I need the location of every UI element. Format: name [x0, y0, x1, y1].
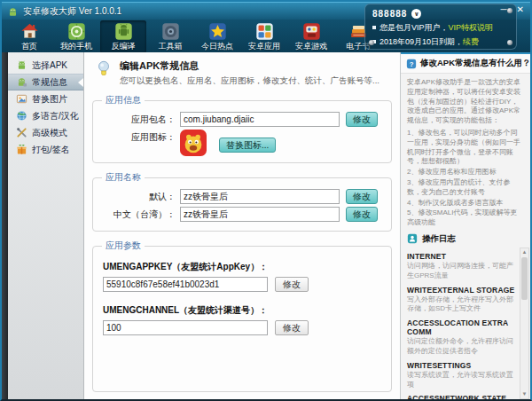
toolbar-item-label: 工具箱	[159, 41, 183, 52]
sidebar-item-general-info[interactable]: 常规信息	[8, 74, 83, 90]
decompile-icon	[114, 22, 133, 41]
zh-tw-name-input[interactable]	[180, 207, 340, 222]
scrollbar-thumb[interactable]	[521, 257, 528, 300]
replace-icon-button[interactable]: 替换图标...	[219, 138, 276, 153]
package-name-input[interactable]	[180, 112, 340, 127]
permission-name: WRITEEXTERNAL STORAGE	[407, 286, 519, 295]
umeng-channel-input[interactable]	[103, 320, 268, 335]
app-logo-icon	[7, 5, 19, 17]
chevron-down-icon[interactable]: ∨	[411, 9, 421, 19]
permissions-area: INTERNET访问网络，访问网络连接，可能产生GPRS流量WRITEEXTER…	[401, 248, 530, 399]
account-panel: 888888 ∨ 您是包月VIP用户， VIP特权说明 2018年09月10日到…	[364, 4, 517, 50]
window-title: 安卓修改大师 Ver 1.0.0.1	[23, 5, 121, 18]
help-title: 修改APK常规信息有什么用？	[420, 58, 530, 69]
package-name-label: 应用包名：	[100, 114, 180, 126]
permission-desc: 写入外部存储，允许程序写入外部存储，如SD卡上写文件	[407, 295, 518, 315]
account-id-row: 888888 ∨	[372, 6, 509, 20]
toolbar-item-my-phone[interactable]: 我的手机	[53, 20, 99, 53]
minimize-button[interactable]: ─	[501, 5, 507, 14]
vip-info-link[interactable]: VIP特权说明	[449, 22, 494, 34]
modify-package-button[interactable]: 修改	[346, 112, 378, 127]
app-info-legend: 应用信息	[102, 94, 145, 106]
umeng-key-input[interactable]	[103, 277, 268, 292]
toolbar-item-label: 反编译	[112, 41, 136, 52]
sidebar-item-label: 打包/签名	[32, 144, 70, 156]
default-name-input[interactable]	[180, 189, 340, 204]
sidebar-item-multilang[interactable]: 多语言/汉化	[8, 107, 83, 124]
scroll-up-icon[interactable]: ▲	[520, 248, 528, 256]
log-icon	[407, 233, 418, 244]
permissions-list: INTERNET访问网络，访问网络连接，可能产生GPRS流量WRITEEXTER…	[401, 252, 519, 399]
body-area: 选择APK常规信息替换图片多语言/汉化高级模式打包/签名 编辑APK常规信息 您…	[2, 52, 530, 399]
help-list: 1、修改包名，可以同时启动多个同一应用，实现分身功能（例如同一手机同时打开多个微…	[401, 128, 530, 228]
modify-umeng-key-button[interactable]: 修改	[275, 277, 309, 292]
modify-zh-tw-name-button[interactable]: 修改	[346, 207, 378, 222]
sidebar-item-pack-sign[interactable]: 打包/签名	[8, 141, 83, 158]
vip-status-text: 您是包月VIP用户，	[379, 22, 449, 34]
app-name-legend: 应用名称	[102, 171, 145, 184]
screw-icon	[369, 40, 374, 45]
main-header: 编辑APK常规信息 您可以更换包名、应用名、应用图标，修改支付、统计、广告账号等…	[92, 57, 392, 94]
toolbar-item-decompile[interactable]: 反编译	[100, 20, 146, 53]
renew-link[interactable]: 续费	[463, 36, 479, 48]
scroll-down-icon[interactable]: ▼	[520, 390, 528, 398]
toolbar-item-android-games[interactable]: 安卓游戏	[288, 20, 334, 53]
app-name-group: 应用名称 默认： 修改 中文（台湾）： 修改	[92, 171, 392, 232]
android-info-icon	[16, 76, 27, 88]
app-info-group: 应用信息 应用包名： 修改 应用图标： 替换图标...	[92, 94, 392, 163]
window-controls: ─ ✕	[501, 5, 524, 14]
toolbar-item-toolbox[interactable]: 工具箱	[147, 20, 193, 53]
toolbar-item-label: 我的手机	[60, 41, 92, 52]
sidebar-item-label: 常规信息	[32, 76, 67, 89]
umeng-channel-row: 修改	[103, 320, 384, 335]
sidebar-item-select-apk[interactable]: 选择APK	[8, 57, 83, 74]
vip-status-row: 您是包月VIP用户， VIP特权说明	[372, 20, 509, 35]
permission-name: INTERNET	[407, 252, 519, 261]
image-icon	[16, 93, 27, 105]
scrollbar[interactable]: ▲ ▼	[520, 248, 529, 399]
help-list-item: 5、修改SMALI代码，实现破解等更高级功能	[401, 208, 530, 228]
toolbox-icon	[161, 22, 180, 41]
toolbar-item-label: 首页	[21, 41, 37, 52]
operation-log-header: 操作日志	[401, 228, 530, 248]
bullet-icon	[372, 26, 376, 29]
main-content: 编辑APK常规信息 您可以更换包名、应用名、应用图标，修改支付、统计、广告账号等…	[84, 52, 401, 399]
games-icon	[302, 22, 321, 41]
expire-text: 2018年09月10日到期，	[379, 36, 463, 48]
apps-icon	[255, 22, 274, 41]
page-subtitle: 您可以更换包名、应用名、应用图标，修改支付、统计、广告账号等...	[120, 75, 379, 87]
toolbar-item-android-apps[interactable]: 安卓应用	[241, 20, 287, 53]
sidebar-item-label: 高级模式	[32, 127, 67, 139]
app-icon-row: 应用图标： 替换图标...	[100, 130, 384, 156]
operation-log-title: 操作日志	[422, 233, 456, 245]
help-list-item: 3、修改应用内置的统计、支付参数，变为自己的支付账号	[401, 178, 530, 198]
umeng-key-row: 修改	[103, 277, 384, 292]
default-name-row: 默认： 修改	[100, 189, 384, 204]
close-button[interactable]: ✕	[517, 5, 524, 14]
tools-icon	[16, 127, 27, 138]
android-icon	[16, 59, 27, 71]
app-icon-label: 应用图标：	[100, 130, 180, 144]
question-icon: ?	[406, 59, 417, 69]
permission-desc: 读写系统设置，允许读写系统设置项	[407, 371, 518, 390]
sidebar-item-advanced-mode[interactable]: 高级模式	[8, 124, 83, 141]
toolbar-item-hot-today[interactable]: 今日热点	[194, 20, 240, 53]
sidebar-item-replace-images[interactable]: 替换图片	[8, 90, 83, 107]
toolbar-item-home[interactable]: 首页	[6, 20, 52, 53]
left-rail	[2, 52, 8, 399]
hot-icon	[208, 22, 227, 41]
toolbar-item-label: 今日热点	[201, 41, 233, 52]
app-icon	[180, 130, 207, 156]
umeng-channel-label: UMENGCHANNEL（友盟统计渠道号）：	[103, 304, 384, 317]
package-name-row: 应用包名： 修改	[100, 112, 384, 127]
sidebar-item-label: 替换图片	[32, 93, 67, 106]
modify-default-name-button[interactable]: 修改	[346, 189, 378, 204]
modify-umeng-channel-button[interactable]: 修改	[275, 320, 309, 335]
help-intro: 安卓APK修改助手是一款强大的安卓应用定制神器，可以将任何安卓安装包（没有加固过…	[401, 74, 530, 128]
toolbar-item-label: 安卓应用	[248, 41, 280, 52]
sidebar-item-label: 选择APK	[32, 59, 67, 72]
permission-desc: 访问网络，访问网络连接，可能产生GPRS流量	[407, 262, 518, 281]
app-params-legend: 应用参数	[102, 240, 145, 252]
sidebar: 选择APK常规信息替换图片多语言/汉化高级模式打包/签名	[8, 52, 84, 399]
sidebar-item-label: 多语言/汉化	[32, 110, 79, 122]
